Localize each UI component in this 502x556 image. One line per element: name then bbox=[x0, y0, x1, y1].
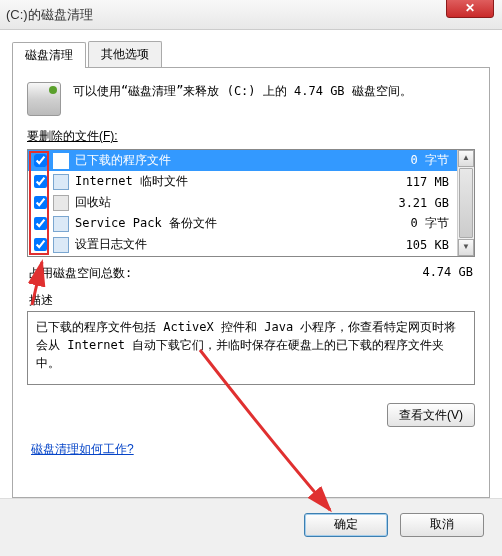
file-checkbox[interactable] bbox=[34, 175, 47, 188]
scroll-thumb[interactable] bbox=[459, 168, 473, 238]
tab-disk-cleanup[interactable]: 磁盘清理 bbox=[12, 42, 86, 68]
file-row[interactable]: 回收站3.21 GB bbox=[28, 192, 457, 213]
total-label: 占用磁盘空间总数: bbox=[29, 265, 422, 282]
description-label: 描述 bbox=[29, 292, 475, 309]
view-files-button[interactable]: 查看文件(V) bbox=[387, 403, 475, 427]
file-type-icon bbox=[53, 153, 69, 169]
intro-row: 可以使用“磁盘清理”来释放 (C:) 上的 4.74 GB 磁盘空间。 bbox=[27, 82, 475, 116]
file-size: 117 MB bbox=[383, 175, 453, 189]
file-size: 0 字节 bbox=[383, 152, 453, 169]
file-row[interactable]: Internet 临时文件117 MB bbox=[28, 171, 457, 192]
file-row[interactable]: Service Pack 备份文件0 字节 bbox=[28, 213, 457, 234]
ok-button[interactable]: 确定 bbox=[304, 513, 388, 537]
file-type-icon bbox=[53, 174, 69, 190]
scroll-up-button[interactable]: ▲ bbox=[458, 150, 474, 167]
file-name: 设置日志文件 bbox=[75, 236, 383, 253]
file-name: 已下载的程序文件 bbox=[75, 152, 383, 169]
intro-text: 可以使用“磁盘清理”来释放 (C:) 上的 4.74 GB 磁盘空间。 bbox=[73, 82, 412, 116]
drive-cleanup-icon bbox=[27, 82, 61, 116]
file-checkbox[interactable] bbox=[34, 196, 47, 209]
file-row[interactable]: 设置日志文件105 KB bbox=[28, 234, 457, 255]
file-size: 3.21 GB bbox=[383, 196, 453, 210]
file-type-icon bbox=[53, 216, 69, 232]
tab-strip: 磁盘清理 其他选项 bbox=[12, 41, 490, 68]
total-value: 4.74 GB bbox=[422, 265, 473, 282]
file-name: Service Pack 备份文件 bbox=[75, 215, 383, 232]
tab-panel: 可以使用“磁盘清理”来释放 (C:) 上的 4.74 GB 磁盘空间。 要删除的… bbox=[12, 68, 490, 498]
description-box: 已下载的程序文件包括 ActiveX 控件和 Java 小程序，你查看特定网页时… bbox=[27, 311, 475, 385]
file-size: 105 KB bbox=[383, 238, 453, 252]
close-button[interactable]: ✕ bbox=[446, 0, 494, 18]
dialog-footer: 确定 取消 bbox=[0, 498, 502, 550]
file-row[interactable]: 已下载的程序文件0 字节 bbox=[28, 150, 457, 171]
cancel-button[interactable]: 取消 bbox=[400, 513, 484, 537]
tab-other-options[interactable]: 其他选项 bbox=[88, 41, 162, 67]
file-type-icon bbox=[53, 195, 69, 211]
scroll-down-button[interactable]: ▼ bbox=[458, 239, 474, 256]
dialog-content: 磁盘清理 其他选项 可以使用“磁盘清理”来释放 (C:) 上的 4.74 GB … bbox=[0, 30, 502, 498]
scrollbar[interactable]: ▲ ▼ bbox=[457, 150, 474, 256]
file-checkbox[interactable] bbox=[34, 238, 47, 251]
file-checkbox[interactable] bbox=[34, 154, 47, 167]
file-list: 已下载的程序文件0 字节Internet 临时文件117 MB回收站3.21 G… bbox=[27, 149, 475, 257]
file-size: 0 字节 bbox=[383, 215, 453, 232]
window-titlebar: (C:)的磁盘清理 ✕ bbox=[0, 0, 502, 30]
total-row: 占用磁盘空间总数: 4.74 GB bbox=[29, 265, 473, 282]
file-checkbox[interactable] bbox=[34, 217, 47, 230]
files-to-delete-label: 要删除的文件(F): bbox=[27, 128, 475, 145]
file-type-icon bbox=[53, 237, 69, 253]
window-title: (C:)的磁盘清理 bbox=[6, 6, 496, 24]
how-disk-cleanup-works-link[interactable]: 磁盘清理如何工作? bbox=[31, 441, 134, 458]
file-name: Internet 临时文件 bbox=[75, 173, 383, 190]
file-name: 回收站 bbox=[75, 194, 383, 211]
